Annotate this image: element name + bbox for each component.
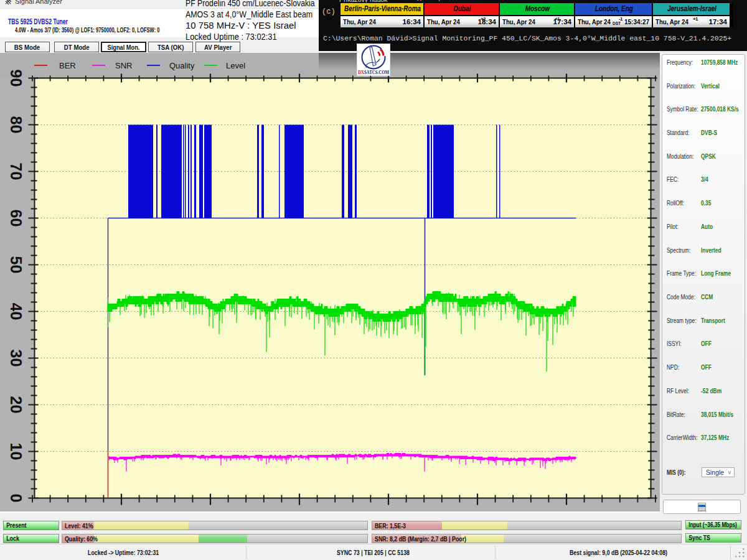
svg-text:90: 90	[7, 70, 25, 87]
svg-text:Level: Level	[226, 61, 245, 70]
svg-text:BER: BER	[59, 61, 76, 70]
svg-text:0: 0	[7, 494, 25, 503]
svg-text:20: 20	[7, 396, 25, 414]
svg-text:SNR: SNR	[115, 61, 132, 70]
svg-text:Quality: Quality	[169, 61, 195, 70]
svg-text:70: 70	[7, 163, 25, 180]
svg-text:80: 80	[7, 116, 25, 134]
svg-text:60: 60	[7, 210, 25, 227]
svg-text:50: 50	[7, 256, 25, 274]
svg-text:DXSATCS.COM: DXSATCS.COM	[358, 69, 389, 75]
svg-text:10: 10	[7, 443, 25, 460]
svg-text:40: 40	[7, 303, 25, 320]
svg-text:30: 30	[7, 350, 25, 367]
